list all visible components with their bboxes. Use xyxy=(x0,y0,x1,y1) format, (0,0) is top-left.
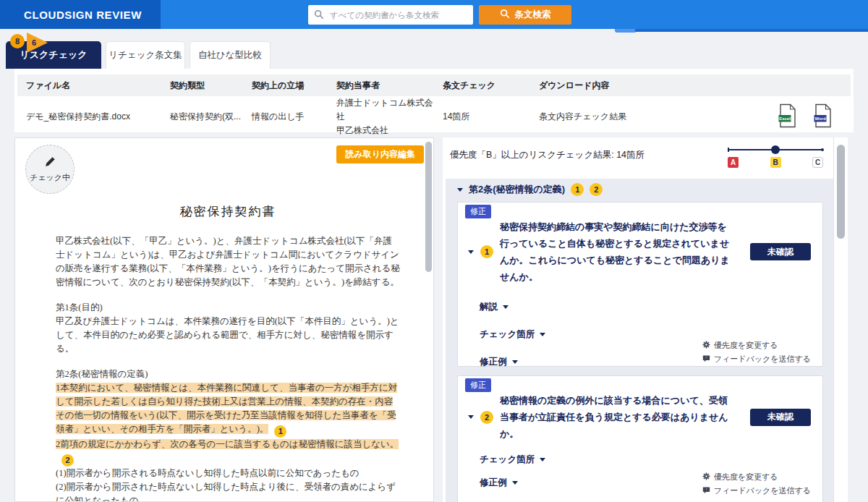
priority-level-c[interactable]: C xyxy=(812,157,823,168)
send-feedback-label: フィードバックを送信する xyxy=(714,485,811,496)
arrow-count-badge: 6 xyxy=(26,33,48,56)
change-priority-link[interactable]: 優先度を変更する xyxy=(702,340,778,351)
cell-parties: 弁護士ドットコム株式会社 甲乙株式会社 xyxy=(328,96,434,137)
party-2: 甲乙株式会社 xyxy=(336,124,434,137)
question-text: 秘密保持契約締結の事実や契約締結に向けた交渉等を行っていること自体も秘密とすると… xyxy=(500,218,744,285)
document-viewer-panel: 秘密保持契約書 甲乙株式会社(以下、「甲乙」という。)と、弁護士ドットコム株式会… xyxy=(14,137,434,502)
document-scrollbar[interactable] xyxy=(425,142,432,272)
edit-extracted-content-button[interactable]: 読み取り内容編集 xyxy=(336,145,424,163)
results-scrollbar-thumb[interactable] xyxy=(837,145,845,239)
revision-tag: 修正 xyxy=(465,378,491,392)
search-icon xyxy=(500,9,510,21)
clause-marker-2[interactable]: 2 xyxy=(61,454,74,467)
risk-count-badge: 8 xyxy=(10,34,25,48)
search-input[interactable] xyxy=(308,5,473,25)
section-marker-1[interactable]: 1 xyxy=(571,183,584,196)
question-text: 秘密情報の定義の例外に該当する場合について、受領当事者が立証責任を負う規定とする… xyxy=(500,392,744,442)
chevron-down-icon xyxy=(540,333,545,336)
section-marker-2[interactable]: 2 xyxy=(590,183,603,196)
article-2-item-1: (1)開示者から開示される時点ないし知得した時点以前に公知であったもの xyxy=(56,467,400,480)
expander-label: 解説 xyxy=(480,301,498,313)
risk-check-results-panel: 優先度「B」以上のリスクチェック結果: 14箇所 A B C 第2条(秘密情報の… xyxy=(443,137,848,502)
highlighted-clause-2[interactable]: 2前項の規定にかかわらず、次の各号の一に該当するものは秘密情報に該当しない。 xyxy=(56,439,399,449)
search-button[interactable]: 条文検索 xyxy=(479,5,571,25)
priority-filter-row: 優先度「B」以上のリスクチェック結果: 14箇所 A B C xyxy=(443,137,833,179)
unconfirmed-status-button[interactable]: 未確認 xyxy=(750,243,811,260)
cell-download-icons: Excel Word xyxy=(733,103,851,130)
article-section-header[interactable]: 第2条(秘密情報の定義) 1 2 xyxy=(457,182,823,197)
question-marker[interactable]: 2 xyxy=(480,411,493,424)
article-section-title: 第2条(秘密情報の定義) xyxy=(469,183,565,196)
priority-level-b[interactable]: B xyxy=(770,157,781,168)
highlighted-clause-1[interactable]: 1本契約において、秘密情報とは、本件業務に関連して、当事者の一方が相手方に対して… xyxy=(56,383,397,434)
priority-slider-track[interactable] xyxy=(728,149,823,150)
priority-slider: A B C xyxy=(728,145,823,168)
top-header-bar: CLOUDSIGN REVIEW 条文検索 xyxy=(0,0,868,29)
checking-status-label: チェック中 xyxy=(30,172,70,183)
cell-file-name: デモ_秘密保持契約書.docx xyxy=(17,111,161,123)
column-download-content: ダウンロード内容 xyxy=(530,80,733,92)
document-preamble: 甲乙株式会社(以下、「甲乙」という。)と、弁護士ドットコム株式会社(以下「弁護士… xyxy=(56,234,400,289)
article-2-item-2: (2)開示者から開示された時点ないし知得した時点より後に、受領者の責めによらずに… xyxy=(56,480,400,502)
document-title: 秘密保持契約書 xyxy=(56,205,400,218)
chevron-down-icon xyxy=(540,458,545,461)
explanation-expander[interactable]: 解説 xyxy=(480,301,811,312)
article-1-body: 甲乙及び弁護士ドットコムは、本件業務の遂行を目的(以下「本件目的」という。)とし… xyxy=(56,315,400,356)
column-position: 契約上の立場 xyxy=(243,80,328,92)
priority-level-a[interactable]: A xyxy=(728,157,739,168)
change-priority-link[interactable]: 優先度を変更する xyxy=(702,472,778,482)
contract-summary-table: ファイル名 契約類型 契約上の立場 契約当事者 条文チェック ダウンロード内容 … xyxy=(14,69,854,132)
column-contract-type: 契約類型 xyxy=(161,80,243,92)
priority-level-labels: A B C xyxy=(728,157,823,168)
svg-text:!: ! xyxy=(706,488,707,491)
chevron-down-icon[interactable] xyxy=(468,250,474,254)
expander-label: 修正例 xyxy=(480,477,507,489)
chevron-down-icon xyxy=(512,360,518,364)
tab-template-compare[interactable]: 自社ひな型比較 xyxy=(190,41,271,69)
check-location-expander[interactable]: チェック箇所 xyxy=(480,454,811,465)
feedback-bubble-icon: ! xyxy=(702,354,710,364)
header-underline-dark xyxy=(635,29,868,32)
revision-tag: 修正 xyxy=(465,205,491,218)
clause-marker-1[interactable]: 1 xyxy=(274,425,286,438)
search-icon xyxy=(314,9,324,22)
chevron-down-icon xyxy=(512,481,518,485)
logo-block: CLOUDSIGN REVIEW xyxy=(0,0,161,29)
search-button-label: 条文検索 xyxy=(515,9,551,21)
cell-position: 情報の出し手 xyxy=(243,111,328,123)
cell-download-content: 条文内容チェック結果 xyxy=(530,111,733,123)
chevron-down-icon xyxy=(503,305,509,309)
article-2-paragraph-1: 1本契約において、秘密情報とは、本件業務に関連して、当事者の一方が相手方に対して… xyxy=(56,381,400,438)
results-scrollbar-track[interactable] xyxy=(833,137,848,502)
chevron-down-icon[interactable] xyxy=(468,415,474,419)
tab-template-compare-label: 自社ひな型比較 xyxy=(198,49,262,61)
question-marker[interactable]: 1 xyxy=(480,245,493,258)
summary-table-header: ファイル名 契約類型 契約上の立場 契約当事者 条文チェック ダウンロード内容 xyxy=(17,75,851,96)
app-logo: CLOUDSIGN REVIEW xyxy=(24,9,142,21)
change-priority-label: 優先度を変更する xyxy=(714,472,778,482)
word-download-icon[interactable]: Word xyxy=(814,103,832,130)
tab-recheck-clauses[interactable]: リチェック条文集 xyxy=(106,41,185,69)
send-feedback-link[interactable]: ! フィードバックを送信する xyxy=(702,485,811,496)
document-content: 秘密保持契約書 甲乙株式会社(以下、「甲乙」という。)と、弁護士ドットコム株式会… xyxy=(15,138,433,501)
cell-contract-type: 秘密保持契約(双... xyxy=(161,111,243,123)
chevron-down-icon xyxy=(457,188,463,192)
svg-text:Word: Word xyxy=(814,116,826,121)
gear-icon xyxy=(702,341,710,350)
svg-text:Excel: Excel xyxy=(779,116,791,121)
app-window: CLOUDSIGN REVIEW 条文検索 リスクチェック 8 6 リチェック条… xyxy=(0,0,868,502)
expander-label: チェック箇所 xyxy=(480,454,535,466)
column-file-name: ファイル名 xyxy=(17,80,161,92)
column-clause-check: 条文チェック xyxy=(434,80,530,92)
header-underline-light xyxy=(615,29,637,33)
check-location-expander[interactable]: チェック箇所 xyxy=(480,328,811,340)
excel-download-icon[interactable]: Excel xyxy=(778,103,796,130)
expander-label: 修正例 xyxy=(480,356,507,368)
priority-slider-handle[interactable] xyxy=(771,145,780,154)
send-feedback-label: フィードバックを送信する xyxy=(714,354,811,365)
results-section: 第2条(秘密情報の定義) 1 2 修正 1 秘密保持契約締結の事実や契約締結に向… xyxy=(446,179,833,502)
slider-right-end xyxy=(821,148,824,151)
send-feedback-link[interactable]: ! フィードバックを送信する xyxy=(702,354,811,365)
unconfirmed-status-button[interactable]: 未確認 xyxy=(750,409,811,426)
cell-clause-checks: 14箇所 xyxy=(434,111,530,123)
